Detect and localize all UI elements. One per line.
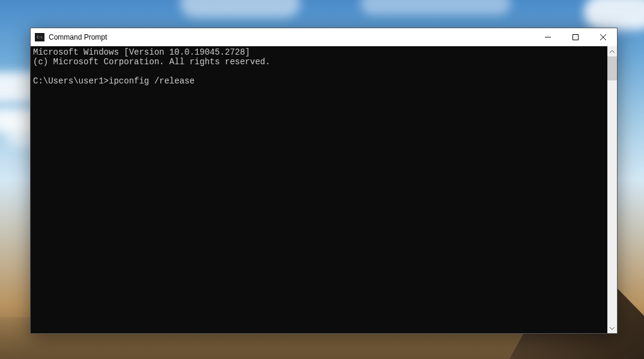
vertical-scrollbar[interactable] xyxy=(607,46,617,333)
close-icon xyxy=(600,34,606,40)
titlebar-left: Command Prompt xyxy=(31,33,107,41)
scrollbar-thumb[interactable] xyxy=(607,56,617,80)
scroll-up-button[interactable] xyxy=(607,46,617,56)
client-area: Microsoft Windows [Version 10.0.19045.27… xyxy=(31,46,617,333)
terminal-prompt: C:\Users\user1> xyxy=(33,76,109,86)
cmd-icon xyxy=(35,33,44,41)
terminal-line: (c) Microsoft Corporation. All rights re… xyxy=(33,57,270,67)
scrollbar-track[interactable] xyxy=(607,56,617,323)
terminal-output[interactable]: Microsoft Windows [Version 10.0.19045.27… xyxy=(31,46,607,333)
maximize-button[interactable] xyxy=(562,28,589,46)
terminal-command[interactable]: ipconfig /release xyxy=(109,76,195,86)
titlebar[interactable]: Command Prompt xyxy=(31,28,617,46)
scroll-down-button[interactable] xyxy=(607,323,617,333)
svg-rect-1 xyxy=(573,35,579,40)
command-prompt-window[interactable]: Command Prompt Microsoft Windows [Versio… xyxy=(30,28,618,334)
minimize-icon xyxy=(545,34,551,40)
cloud-decoration xyxy=(584,0,644,30)
maximize-icon xyxy=(573,34,579,40)
terminal-line: Microsoft Windows [Version 10.0.19045.27… xyxy=(33,47,250,57)
minimize-button[interactable] xyxy=(534,28,562,46)
cloud-decoration xyxy=(360,0,511,15)
chevron-down-icon xyxy=(610,327,615,330)
chevron-up-icon xyxy=(610,50,615,53)
window-controls xyxy=(534,28,617,46)
close-button[interactable] xyxy=(589,28,617,46)
window-title: Command Prompt xyxy=(49,33,107,41)
cloud-decoration xyxy=(180,0,300,18)
